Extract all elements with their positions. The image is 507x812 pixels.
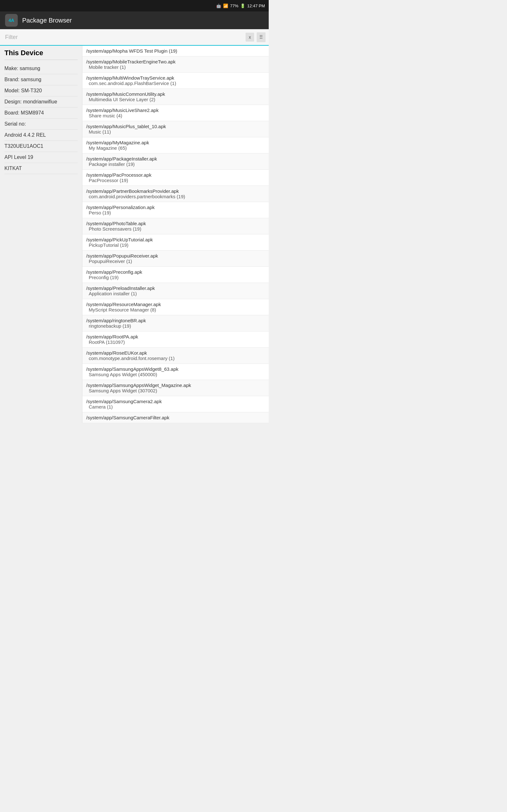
package-path: /system/app/MusicCommonUtility.apk: [86, 91, 265, 97]
package-label: Camera (1): [86, 404, 265, 409]
package-label: Mobile tracker (1): [86, 64, 265, 70]
package-path: /system/app/PopupuiReceiver.apk: [86, 253, 265, 258]
package-path: /system/app/PreloadInstaller.apk: [86, 286, 265, 291]
sidebar-item: T320UEU1AOC1: [4, 141, 78, 152]
time-display: 12:47 PM: [247, 3, 265, 8]
package-path: /system/app/PackageInstaller.apk: [86, 156, 265, 161]
filter-grid-button[interactable]: ⠿: [257, 32, 266, 42]
sidebar-item: Model: SM-T320: [4, 85, 78, 96]
package-path: /system/app/MusicLiveShare2.apk: [86, 107, 265, 113]
package-item[interactable]: /system/app/MusicPlus_tablet_10.apkMusic…: [82, 121, 269, 137]
package-item[interactable]: /system/app/MusicLiveShare2.apkShare mus…: [82, 105, 269, 121]
package-path: /system/app/Preconfig.apk: [86, 269, 265, 275]
package-path: /system/app/Personalization.apk: [86, 205, 265, 210]
status-icons: 🤖 📶 77% 🔋 12:47 PM: [216, 3, 265, 8]
sidebar-item: Board: MSM8974: [4, 107, 78, 119]
sidebar-item: KITKAT: [4, 163, 78, 174]
package-item[interactable]: /system/app/PackageInstaller.apkPackage …: [82, 154, 269, 170]
package-item[interactable]: /system/app/SamsungAppsWidget8_63.apkSam…: [82, 364, 269, 380]
package-path: /system/app/RootPA.apk: [86, 334, 265, 339]
package-label: RootPA (131097): [86, 339, 265, 345]
package-item[interactable]: /system/app/PopupuiReceiver.apkPopupuiRe…: [82, 251, 269, 267]
package-item[interactable]: /system/app/Personalization.apkPerso (19…: [82, 202, 269, 218]
package-item[interactable]: /system/app/RoseEUKor.apkcom.monotype.an…: [82, 348, 269, 364]
app-title: Package Browser: [22, 17, 72, 24]
package-label: Preconfig (19): [86, 275, 265, 280]
package-item[interactable]: /system/app/ResourceManager.apkMyScript …: [82, 299, 269, 315]
package-path: /system/app/PartnerBookmarksProvider.apk: [86, 189, 265, 194]
package-path: /system/app/Mopha WFDS Test Plugin (19): [86, 48, 265, 54]
sidebar: This Device Make: samsungBrand: samsungM…: [0, 46, 82, 423]
package-label: Multimedia UI Service Layer (2): [86, 97, 265, 102]
package-path: /system/app/PickUpTutorial.apk: [86, 237, 265, 242]
package-label: PacProcessor (19): [86, 177, 265, 183]
package-item[interactable]: /system/app/RootPA.apkRootPA (131097): [82, 332, 269, 348]
package-item[interactable]: /system/app/Mopha WFDS Test Plugin (19): [82, 46, 269, 56]
package-item[interactable]: /system/app/MobileTrackerEngineTwo.apkMo…: [82, 56, 269, 72]
package-label: ringtonebackup (19): [86, 323, 265, 328]
sidebar-item: Make: samsung: [4, 63, 78, 74]
package-path: /system/app/MyMagazine.apk: [86, 140, 265, 145]
sidebar-item: API Level 19: [4, 152, 78, 163]
package-path: /system/app/ResourceManager.apk: [86, 302, 265, 307]
filter-input[interactable]: [3, 33, 243, 42]
package-path: /system/app/ringtoneBR.apk: [86, 318, 265, 323]
sidebar-item: Android 4.4.2 REL: [4, 130, 78, 141]
package-path: /system/app/MusicPlus_tablet_10.apk: [86, 124, 265, 129]
battery-level: 77%: [230, 3, 238, 8]
package-label: PickupTutorial (19): [86, 242, 265, 248]
package-item[interactable]: /system/app/MultiWindowTrayService.apkco…: [82, 72, 269, 89]
package-item[interactable]: /system/app/MusicCommonUtility.apkMultim…: [82, 89, 269, 105]
package-path: /system/app/SamsungCamera2.apk: [86, 399, 265, 404]
package-item[interactable]: /system/app/SamsungCameraFilter.apk: [82, 412, 269, 423]
package-label: Share music (4): [86, 113, 265, 118]
package-item[interactable]: /system/app/ringtoneBR.apkringtonebackup…: [82, 315, 269, 332]
filter-bar: x ⠿: [0, 29, 269, 46]
package-label: MyScript Resource Manager (8): [86, 307, 265, 312]
package-item[interactable]: /system/app/Preconfig.apkPreconfig (19): [82, 267, 269, 283]
status-bar: 🤖 📶 77% 🔋 12:47 PM: [0, 0, 269, 11]
package-label: com.monotype.android.font.rosemary (1): [86, 356, 265, 361]
package-label: Perso (19): [86, 210, 265, 215]
package-path: /system/app/RoseEUKor.apk: [86, 350, 265, 356]
battery-icon: 🔋: [240, 3, 245, 8]
package-path: /system/app/PhotoTable.apk: [86, 221, 265, 226]
package-label: PopupuiReceiver (1): [86, 258, 265, 264]
sidebar-item: Brand: samsung: [4, 74, 78, 85]
filter-clear-button[interactable]: x: [245, 33, 254, 42]
package-label: My Magazine (65): [86, 145, 265, 151]
app-bar: 4A Package Browser: [0, 11, 269, 29]
package-item[interactable]: /system/app/PickUpTutorial.apkPickupTuto…: [82, 235, 269, 251]
package-item[interactable]: /system/app/PartnerBookmarksProvider.apk…: [82, 186, 269, 202]
main-content: This Device Make: samsungBrand: samsungM…: [0, 46, 269, 423]
package-item[interactable]: /system/app/PreloadInstaller.apkApplicat…: [82, 283, 269, 299]
package-path: /system/app/SamsungAppsWidget_Magazine.a…: [86, 383, 265, 388]
sidebar-item: Serial no:: [4, 119, 78, 130]
sidebar-item: Design: mondrianwifiue: [4, 96, 78, 107]
package-path: /system/app/SamsungAppsWidget8_63.apk: [86, 366, 265, 372]
package-list[interactable]: /system/app/Mopha WFDS Test Plugin (19)/…: [82, 46, 269, 423]
package-label: com.android.providers.partnerbookmarks (…: [86, 194, 265, 199]
package-label: Music (11): [86, 129, 265, 135]
package-item[interactable]: /system/app/PacProcessor.apkPacProcessor…: [82, 170, 269, 186]
sidebar-title: This Device: [4, 49, 78, 60]
android-icon: 🤖: [216, 3, 221, 8]
package-item[interactable]: /system/app/SamsungAppsWidget_Magazine.a…: [82, 380, 269, 396]
package-label: Samsung Apps Widget (450000): [86, 372, 265, 377]
package-label: com.sec.android.app.FlashBarService (1): [86, 81, 265, 86]
package-item[interactable]: /system/app/PhotoTable.apkPhoto Screensa…: [82, 218, 269, 235]
package-path: /system/app/PacProcessor.apk: [86, 172, 265, 177]
package-label: Package installer (19): [86, 161, 265, 167]
package-label: Samsung Apps Widget (307002): [86, 388, 265, 393]
package-path: /system/app/SamsungCameraFilter.apk: [86, 415, 265, 420]
package-item[interactable]: /system/app/MyMagazine.apkMy Magazine (6…: [82, 137, 269, 154]
package-label: Application installer (1): [86, 291, 265, 296]
package-label: Photo Screensavers (19): [86, 226, 265, 232]
package-item[interactable]: /system/app/SamsungCamera2.apkCamera (1): [82, 396, 269, 412]
package-path: /system/app/MultiWindowTrayService.apk: [86, 75, 265, 81]
package-path: /system/app/MobileTrackerEngineTwo.apk: [86, 59, 265, 64]
app-icon: 4A: [5, 14, 18, 27]
sidebar-items: Make: samsungBrand: samsungModel: SM-T32…: [4, 63, 78, 174]
wifi-icon: 📶: [223, 3, 228, 8]
